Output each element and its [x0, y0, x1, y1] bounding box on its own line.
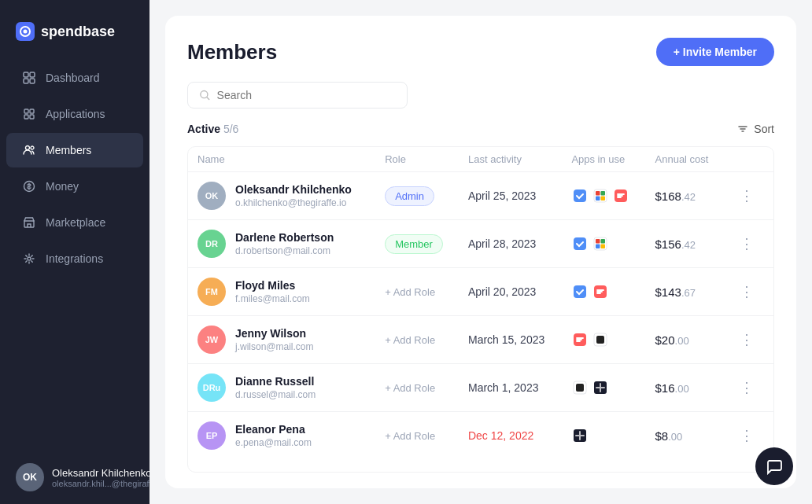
table-row: OKOleksandr Khilchenkoo.khilchenko@thegi… — [188, 172, 773, 220]
more-options-button[interactable]: ⋮ — [733, 376, 760, 399]
app-icon — [592, 235, 609, 252]
member-name: Darlene Robertson — [235, 231, 334, 244]
member-email: d.robertson@mail.com — [235, 245, 334, 256]
member-avatar: DR — [197, 230, 226, 258]
add-role-button[interactable]: + Add Role — [385, 334, 435, 346]
sidebar-item-applications[interactable]: Applications — [6, 97, 143, 131]
svg-rect-18 — [601, 191, 606, 196]
active-label: Active 5/6 — [187, 123, 238, 135]
table-row: JWJenny Wilsonj.wilson@mail.com+ Add Rol… — [188, 316, 773, 364]
sidebar-item-money[interactable]: Money — [6, 169, 143, 204]
content-card: Members + Invite Member Active 5/6 Sort — [165, 16, 796, 488]
svg-point-10 — [26, 146, 30, 150]
last-activity-date: March 1, 2023 — [459, 364, 562, 412]
applications-icon — [22, 107, 36, 121]
members-table-container: Name Role Last activity Apps in use Annu… — [187, 146, 774, 473]
member-name: Jenny Wilson — [235, 327, 314, 340]
member-avatar: EP — [197, 421, 226, 450]
member-name: Eleanor Pena — [235, 423, 312, 436]
svg-rect-24 — [596, 239, 600, 244]
sidebar-item-members[interactable]: Members — [6, 133, 143, 167]
table-row: DRDarlene Robertsond.robertson@mail.comM… — [188, 220, 773, 268]
card-header: Members + Invite Member — [187, 38, 774, 66]
more-options-button[interactable]: ⋮ — [733, 280, 760, 304]
member-avatar: FM — [197, 278, 226, 306]
annual-cost: $20.00 — [646, 316, 725, 364]
member-email: e.pena@mail.com — [235, 437, 312, 448]
col-last-activity: Last activity — [459, 147, 562, 172]
svg-rect-8 — [24, 115, 28, 119]
search-input[interactable] — [217, 89, 396, 101]
last-activity-date: Dec 12, 2022 — [459, 412, 562, 460]
member-email: d.russel@mail.com — [235, 389, 316, 400]
col-cost: Annual cost — [646, 147, 725, 172]
svg-rect-5 — [30, 79, 35, 83]
marketplace-icon — [22, 215, 36, 230]
svg-rect-3 — [30, 72, 35, 77]
svg-rect-7 — [30, 109, 34, 113]
sidebar-label-integrations: Integrations — [46, 252, 103, 265]
svg-rect-19 — [596, 197, 600, 201]
svg-rect-17 — [596, 191, 600, 196]
app-name: spendbase — [41, 24, 115, 40]
add-role-button[interactable]: + Add Role — [385, 430, 435, 442]
chat-icon — [766, 458, 783, 475]
dashboard-icon — [22, 71, 36, 85]
user-name: Oleksandr Khilchenko — [52, 467, 165, 479]
svg-rect-20 — [601, 197, 606, 201]
role-badge-member: Member — [385, 234, 443, 254]
svg-rect-32 — [596, 336, 604, 344]
more-options-button[interactable]: ⋮ — [733, 328, 760, 351]
user-email: oleksandr.khil...@thegiraffe.io — [52, 479, 165, 488]
last-activity-date: April 28, 2023 — [459, 220, 562, 268]
svg-point-1 — [24, 30, 28, 34]
annual-cost: $16.00 — [646, 364, 725, 412]
sidebar-item-marketplace[interactable]: Marketplace — [6, 205, 143, 240]
col-apps: Apps in use — [562, 147, 645, 172]
member-avatar: DRu — [197, 373, 226, 402]
sort-button[interactable]: Sort — [736, 123, 774, 135]
user-profile: OK Oleksandr Khilchenko oleksandr.khil..… — [0, 451, 149, 504]
col-actions — [724, 147, 773, 172]
more-options-button[interactable]: ⋮ — [733, 232, 760, 256]
app-icon — [592, 187, 609, 204]
app-icon — [571, 427, 589, 444]
user-avatar: OK — [16, 463, 44, 491]
app-icon — [571, 331, 589, 348]
member-name: Oleksandr Khilchenko — [235, 183, 352, 196]
member-name: Dianne Russell — [235, 375, 316, 388]
main-content: Members + Invite Member Active 5/6 Sort — [149, 0, 812, 504]
table-toolbar: Active 5/6 Sort — [187, 123, 774, 135]
app-icon — [592, 283, 609, 300]
svg-rect-28 — [574, 285, 586, 298]
svg-rect-6 — [24, 109, 28, 113]
integrations-icon — [22, 252, 36, 266]
app-icon — [571, 187, 589, 204]
logo: spendbase — [0, 0, 149, 60]
chat-button[interactable] — [755, 447, 793, 485]
search-bar[interactable] — [187, 82, 408, 109]
active-count: 5/6 — [223, 123, 238, 135]
add-role-button[interactable]: + Add Role — [385, 382, 435, 394]
more-options-button[interactable]: ⋮ — [733, 424, 760, 447]
app-icon — [571, 235, 589, 252]
svg-rect-9 — [30, 115, 34, 119]
logo-icon — [16, 22, 35, 41]
svg-point-11 — [31, 146, 34, 149]
more-options-button[interactable]: ⋮ — [733, 184, 760, 208]
app-icon — [612, 187, 629, 204]
last-activity-date: April 25, 2023 — [459, 172, 562, 220]
page-title: Members — [187, 40, 277, 64]
col-name: Name — [188, 147, 375, 172]
annual-cost: $168.42 — [646, 172, 725, 220]
invite-member-button[interactable]: + Invite Member — [656, 38, 774, 66]
sidebar-item-dashboard[interactable]: Dashboard — [6, 61, 143, 95]
svg-rect-4 — [24, 79, 28, 83]
app-icon — [592, 379, 609, 396]
add-role-button[interactable]: + Add Role — [385, 286, 435, 298]
members-table: Name Role Last activity Apps in use Annu… — [188, 147, 773, 459]
sidebar-item-integrations[interactable]: Integrations — [6, 241, 143, 276]
last-activity-date: March 15, 2023 — [459, 316, 562, 364]
svg-rect-26 — [596, 245, 600, 249]
table-row: FMFloyd Milesf.miles@mail.com+ Add RoleA… — [188, 268, 773, 316]
